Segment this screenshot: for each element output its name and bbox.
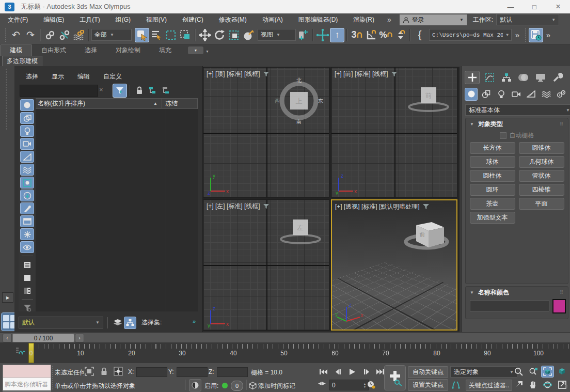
toolbar-drag-grip[interactable]: [525, 28, 527, 42]
category-geometry[interactable]: [465, 88, 478, 101]
lock-explorer-button[interactable]: [133, 84, 146, 97]
display-hierarchy-button[interactable]: [124, 317, 136, 329]
geosphere-button[interactable]: 几何球体: [519, 156, 564, 168]
select-invert-button[interactable]: [20, 285, 34, 296]
key-filters-icon-button[interactable]: [450, 379, 462, 390]
name-color-rollout-header[interactable]: ▼ 名称和颜色 ⠿: [466, 287, 568, 298]
zoom-all-button[interactable]: [527, 366, 540, 378]
select-object-button[interactable]: [135, 28, 149, 42]
previous-frame-button[interactable]: [331, 366, 344, 377]
orbit-button[interactable]: [541, 379, 554, 390]
select-and-scale-button[interactable]: [227, 28, 241, 42]
reference-coordinate-system-dropdown[interactable]: 视图 ▼: [258, 29, 296, 41]
z-coordinate-field[interactable]: [217, 367, 248, 377]
dock-expand-button[interactable]: ▶: [2, 292, 13, 303]
viewcube[interactable]: 左: [277, 209, 324, 250]
explorer-search-input[interactable]: [20, 85, 98, 97]
window-crossing-toggle-button[interactable]: [178, 28, 193, 42]
selected-filter-dropdown[interactable]: 选定对象 ▼: [450, 366, 517, 378]
zoom-extents-all-button[interactable]: [556, 366, 568, 378]
previous-frame-button[interactable]: ‹: [3, 334, 12, 342]
clear-search-icon[interactable]: ×: [99, 86, 103, 93]
set-key-button[interactable]: 设置关键点: [408, 379, 448, 391]
track-bar[interactable]: 0 10 20 30 40 50 60 70 80 90 100: [0, 342, 570, 364]
y-coordinate-field[interactable]: [177, 367, 208, 377]
display-particles-toggle[interactable]: [20, 228, 34, 240]
viewcube[interactable]: 前: [405, 77, 452, 118]
ribbon-tab-object-paint[interactable]: 对象绘制: [106, 45, 150, 56]
resize-grip-icon[interactable]: ⠿: [565, 385, 568, 389]
category-shapes[interactable]: [480, 88, 493, 101]
time-slider-handle[interactable]: 0 / 100: [12, 334, 74, 342]
toolbar-drag-grip[interactable]: [5, 28, 7, 42]
pyramid-button[interactable]: 四棱锥: [519, 184, 564, 196]
close-button[interactable]: ×: [546, 0, 570, 13]
viewcube[interactable]: 前: [402, 210, 451, 254]
named-selection-sets-button[interactable]: {: [413, 28, 427, 42]
per-view-filter-icon[interactable]: [423, 204, 429, 210]
tab-hierarchy[interactable]: [499, 71, 514, 84]
redo-button[interactable]: ↷: [23, 28, 38, 42]
select-all-button[interactable]: [20, 259, 34, 271]
workspace-dropdown[interactable]: 默认 ▼: [496, 14, 559, 25]
play-button[interactable]: [345, 366, 359, 377]
select-none-button[interactable]: [20, 272, 34, 284]
key-mode-toggle[interactable]: ◀▶: [318, 381, 326, 386]
display-hidden-toggle[interactable]: [20, 241, 34, 253]
menu-create[interactable]: 创建(C): [175, 13, 211, 26]
menu-graph-editors[interactable]: 图形编辑器(D): [291, 13, 346, 26]
menu-overflow-chevron[interactable]: »: [382, 15, 397, 24]
viewport-left-label[interactable]: [+] [左] [标准] [线框]: [207, 202, 260, 211]
explorer-menu-display[interactable]: 显示: [52, 72, 64, 81]
undo-button[interactable]: ↶: [9, 28, 23, 42]
angle-snap-toggle-button[interactable]: [364, 28, 378, 42]
ribbon-tab-freeform[interactable]: 自由形式: [32, 45, 75, 56]
zoom-region-button[interactable]: [512, 379, 525, 390]
display-cameras-toggle[interactable]: [20, 138, 34, 150]
go-to-start-button[interactable]: [317, 366, 329, 377]
mini-curve-editor-button[interactable]: [14, 346, 26, 357]
per-view-filter-icon[interactable]: [263, 204, 269, 209]
menu-tools[interactable]: 工具(T): [72, 13, 107, 26]
adaptive-degradation-toggle[interactable]: [189, 379, 201, 391]
category-systems[interactable]: [555, 88, 567, 101]
collapse-all-button[interactable]: [160, 84, 172, 97]
explorer-filter-button[interactable]: [113, 84, 127, 98]
snaps-toggle-3d-button[interactable]: 3: [350, 28, 364, 42]
display-xrefs-toggle[interactable]: [20, 190, 34, 201]
bind-to-space-warp-button[interactable]: [72, 28, 86, 42]
add-time-tag[interactable]: 添加时间标记: [258, 382, 295, 390]
listener-script-row[interactable]: 脚本迷你侦听器: [3, 378, 51, 390]
absolute-offset-mode-toggle[interactable]: [113, 366, 124, 377]
time-slider[interactable]: ‹ 0 / 100 ›: [0, 332, 570, 343]
display-bones-toggle[interactable]: [20, 202, 34, 214]
dock-drag-grip[interactable]: [5, 68, 8, 130]
display-geometry-toggle[interactable]: [20, 99, 34, 111]
keyboard-shortcut-override-toggle[interactable]: ↑: [330, 28, 344, 42]
cone-button[interactable]: 圆锥体: [519, 142, 564, 154]
selection-lock-toggle[interactable]: [98, 366, 109, 377]
display-space-warps-toggle[interactable]: [20, 164, 34, 176]
display-helpers-toggle[interactable]: [20, 151, 34, 163]
viewport-perspective[interactable]: [+] [透视] [标准] [默认明暗处理] 前 z x y: [331, 199, 457, 331]
zero-notifications-button[interactable]: 0: [231, 381, 243, 391]
select-and-manipulate-button[interactable]: [315, 28, 330, 42]
object-name-input[interactable]: [470, 300, 549, 311]
pan-view-button[interactable]: [527, 379, 540, 390]
menu-edit[interactable]: 编辑(E): [36, 13, 72, 26]
per-view-filter-icon[interactable]: [391, 72, 397, 77]
primitive-category-dropdown[interactable]: 标准基本体 ▼: [465, 104, 570, 116]
auto-key-button[interactable]: 自动关键点: [408, 366, 448, 378]
sphere-button[interactable]: 球体: [470, 156, 515, 168]
ribbon-panel-polygon-modeling[interactable]: 多边形建模: [2, 56, 42, 67]
explorer-menu-edit[interactable]: 编辑: [77, 72, 90, 81]
autogrid-checkbox[interactable]: [500, 132, 506, 139]
key-filters-button[interactable]: 关键点过滤器..: [466, 380, 512, 391]
menu-file[interactable]: 文件(F): [0, 13, 36, 26]
ribbon-tab-selection[interactable]: 选择: [75, 45, 106, 56]
textplus-button[interactable]: 加强型文本: [470, 212, 515, 224]
sign-in-dropdown[interactable]: 登录 ▼: [400, 14, 467, 25]
zoom-button[interactable]: [512, 366, 525, 378]
tab-create[interactable]: [465, 71, 480, 84]
tube-button[interactable]: 管状体: [519, 170, 564, 182]
